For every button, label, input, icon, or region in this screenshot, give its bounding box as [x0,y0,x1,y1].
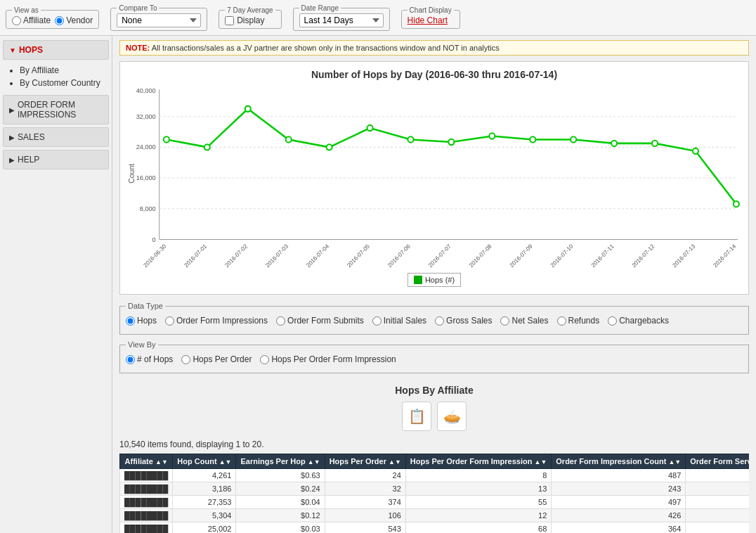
order-form-label: ORDER FORM IMPRESSIONS [18,100,103,120]
svg-text:2016-07-13: 2016-07-13 [672,243,697,269]
display-checkbox-label[interactable]: Display [225,15,275,25]
view-by-hops-label[interactable]: # of Hops [126,354,173,364]
data-type-form-impressions-radio[interactable] [165,316,174,326]
date-range-group: Date Range Last 14 Days [293,4,390,31]
server-calls-cell: 91 [686,482,749,496]
compare-to-select[interactable]: None [117,13,201,27]
th-form-impressions[interactable]: Order Form Impression Count ▲▼ [552,454,686,469]
hop-count-cell: 25,002 [173,522,236,534]
hide-chart-button[interactable]: Hide Chart [408,15,448,25]
data-type-chargebacks-label[interactable]: Chargebacks [608,316,669,326]
svg-text:2016-07-04: 2016-07-04 [305,243,330,269]
display-checkbox[interactable] [225,16,234,25]
svg-point-17 [367,125,372,131]
sales-label: SALES [18,132,45,142]
affiliate-radio-label[interactable]: Affiliate [12,15,51,25]
svg-point-16 [327,144,332,150]
help-header[interactable]: ▶ HELP [3,150,109,169]
table-row: ████████25,002$0.03543683644012.64%46$73… [120,522,750,534]
data-type-section: Data Type Hops Order Form Impressions Or… [119,302,749,335]
top-bar: View as Affiliate Vendor Compare To None… [0,0,756,36]
earn-per-hop-cell: $0.03 [236,522,325,534]
hop-count-cell: 3,186 [173,482,236,496]
data-type-row: Hops Order Form Impressions Order Form S… [126,313,743,328]
affiliate-cell: ████████ [120,509,173,522]
svg-point-21 [530,136,535,142]
view-by-per-form-radio[interactable] [260,355,269,364]
table-row: ████████4,261$0.6324848718735.93%175$2,6… [120,469,750,482]
pie-chart-icon[interactable]: 🥧 [437,402,467,431]
table-view-icon[interactable]: 📋 [402,402,431,431]
help-arrow-icon: ▶ [9,156,15,164]
view-by-per-form-label[interactable]: Hops Per Order Form Impression [260,354,396,364]
sidebar-item-by-customer-country[interactable]: By Customer Country [20,77,103,89]
data-type-hops-label[interactable]: Hops [126,316,157,326]
affiliate-radio[interactable] [12,16,21,25]
data-type-initial-sales-radio[interactable] [372,316,382,326]
th-hops-per-form[interactable]: Hops Per Order Form Impression ▲▼ [405,454,551,469]
help-section: ▶ HELP [0,150,112,169]
table-row: ████████5,304$0.12106124265711.74%50$649… [120,509,750,522]
data-type-chargebacks-radio[interactable] [608,316,617,326]
data-type-gross-sales-radio[interactable] [435,316,444,326]
table-row: ████████27,353$0.04374554977614.69%73$1,… [120,496,750,509]
note-text: All transactions/sales as a JV partner a… [152,44,500,52]
svg-text:32,000: 32,000 [136,113,156,120]
view-by-section: View By # of Hops Hops Per Order Hops Pe… [119,340,749,373]
seven-day-label: 7 Day Average [225,6,275,14]
svg-text:2016-07-06: 2016-07-06 [386,243,412,269]
icon-group: 📋 🥧 [119,402,749,431]
data-type-form-impressions-label[interactable]: Order Form Impressions [165,316,268,326]
sales-arrow-icon: ▶ [9,134,15,141]
svg-text:24,000: 24,000 [136,143,156,150]
data-type-hops-radio[interactable] [126,316,135,326]
date-range-select[interactable]: Last 14 Days [299,13,384,27]
data-type-refunds-label[interactable]: Refunds [557,316,600,326]
data-type-net-sales-label[interactable]: Net Sales [500,316,548,326]
svg-text:40,000: 40,000 [136,87,156,94]
th-hops-per-order[interactable]: Hops Per Order ▲▼ [325,454,405,469]
svg-point-15 [286,136,292,142]
svg-text:2016-07-05: 2016-07-05 [346,243,371,269]
svg-text:2016-07-14: 2016-07-14 [712,243,738,269]
hops-header[interactable]: ▼ HOPS [3,40,109,60]
view-by-row: # of Hops Hops Per Order Hops Per Order … [126,352,743,367]
legend-box: Hops (#) [408,273,461,287]
th-server-calls[interactable]: Order Form Server Calls ▲▼ [686,454,749,469]
content-area: NOTE: All transactions/sales as a JV par… [112,36,756,533]
vendor-radio[interactable] [55,16,64,25]
affiliate-cell: ████████ [120,522,173,534]
legend-color-hops [414,276,422,284]
server-calls-cell: 76 [686,496,749,509]
view-as-group: View as Affiliate Vendor [6,6,99,29]
data-type-initial-sales-label[interactable]: Initial Sales [372,316,426,326]
sidebar-item-by-affiliate[interactable]: By Affiliate [20,64,103,77]
view-by-per-order-radio[interactable] [181,355,190,364]
sales-header[interactable]: ▶ SALES [3,127,109,147]
server-calls-cell: 40 [686,522,749,534]
form-impressions-cell: 497 [552,496,686,509]
th-earn-per-hop[interactable]: Earnings Per Hop ▲▼ [236,454,325,469]
svg-text:2016-07-12: 2016-07-12 [631,243,656,269]
view-by-per-order-label[interactable]: Hops Per Order [181,354,252,364]
svg-point-18 [408,136,413,142]
th-affiliate[interactable]: Affiliate ▲▼ [120,454,173,469]
svg-point-12 [164,136,169,142]
order-form-arrow-icon: ▶ [9,106,15,114]
order-form-header[interactable]: ▶ ORDER FORM IMPRESSIONS [3,95,109,124]
sort-arrows-affiliate: ▲▼ [155,458,168,465]
data-type-refunds-radio[interactable] [557,316,566,326]
chart-area: 0 8,000 16,000 24,000 32,000 40,000 [127,86,741,269]
data-type-net-sales-radio[interactable] [500,316,509,326]
svg-text:2016-07-08: 2016-07-08 [468,243,493,269]
view-by-hops-radio[interactable] [126,355,135,364]
data-type-gross-sales-label[interactable]: Gross Sales [435,316,492,326]
data-type-form-submits-radio[interactable] [276,316,285,326]
svg-point-13 [204,144,210,150]
vendor-radio-label[interactable]: Vendor [55,15,93,25]
hops-section: ▼ HOPS By Affiliate By Customer Country [0,40,112,92]
th-hop-count[interactable]: Hop Count ▲▼ [173,454,236,469]
compare-to-label: Compare To [117,4,159,12]
data-type-form-submits-label[interactable]: Order Form Submits [276,316,364,326]
data-table: Affiliate ▲▼ Hop Count ▲▼ Earnings Per H… [119,454,749,533]
